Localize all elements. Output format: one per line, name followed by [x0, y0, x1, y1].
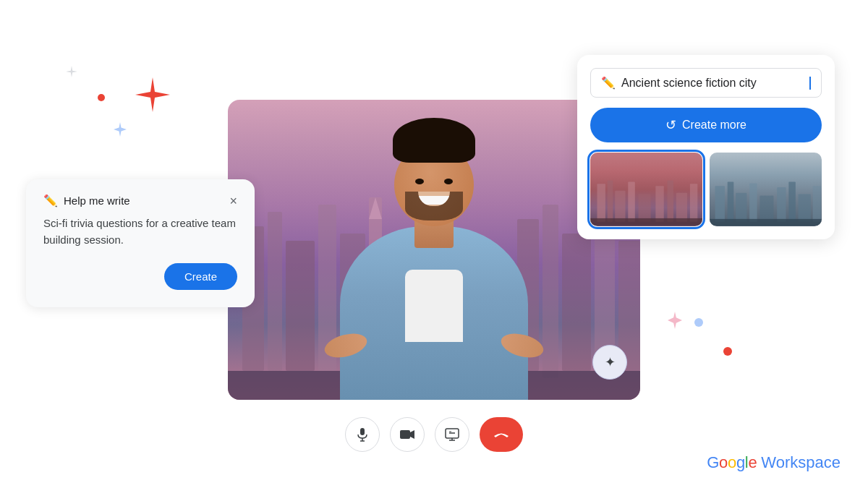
thumbnail-1[interactable]	[590, 153, 702, 226]
svg-rect-10	[562, 234, 591, 371]
workspace-label: Workspace	[761, 453, 841, 472]
svg-point-0	[98, 94, 105, 101]
card-title-text: Help me write	[64, 194, 130, 207]
create-more-label: Create more	[682, 119, 746, 132]
microphone-button[interactable]	[345, 417, 380, 452]
svg-rect-34	[813, 186, 821, 221]
create-more-button[interactable]: ↺ Create more	[590, 108, 822, 142]
svg-rect-17	[608, 181, 613, 222]
google-workspace-branding: Google Workspace	[707, 453, 841, 472]
person-in-video	[318, 118, 550, 400]
card-content-text: Sci-fi trivia questions for a creative t…	[43, 215, 237, 249]
deco-dot-blue-right	[694, 318, 703, 327]
camera-icon	[399, 429, 415, 440]
mic-icon	[355, 427, 370, 442]
svg-rect-27	[728, 181, 734, 221]
present-button[interactable]	[435, 417, 469, 452]
svg-rect-28	[736, 193, 746, 222]
g-blue2: g	[736, 453, 745, 471]
card-header-row: ✏️ Help me write ×	[43, 194, 237, 207]
wand-input-icon: ✏️	[601, 76, 616, 90]
deco-sparkle-pink-right	[665, 311, 684, 330]
deco-sparkle-blue-small	[65, 65, 78, 78]
sparkle-icon: ✦	[605, 354, 616, 370]
svg-rect-29	[749, 183, 757, 221]
svg-rect-4	[268, 212, 282, 371]
svg-rect-20	[639, 194, 651, 222]
image-prompt-input[interactable]: ✏️ Ancient science fiction city	[590, 68, 822, 98]
svg-rect-24	[690, 184, 697, 221]
g-red2: e	[748, 453, 757, 471]
svg-rect-33	[799, 194, 811, 222]
svg-rect-21	[655, 186, 663, 221]
end-call-button[interactable]	[480, 417, 523, 452]
google-label: Google	[707, 453, 757, 472]
svg-rect-5	[286, 241, 315, 371]
input-value-text: Ancient science fiction city	[621, 77, 804, 90]
close-card-button[interactable]: ×	[229, 194, 237, 207]
svg-rect-18	[615, 191, 625, 222]
svg-marker-40	[410, 430, 414, 439]
video-controls-bar	[345, 417, 523, 452]
end-call-icon	[493, 430, 510, 439]
ai-sparkle-button[interactable]: ✦	[592, 345, 627, 380]
svg-rect-39	[400, 430, 410, 439]
deco-dot-red-right	[723, 347, 732, 356]
g-yellow: o	[728, 453, 736, 471]
svg-rect-32	[788, 181, 796, 221]
refresh-icon: ↺	[665, 117, 676, 133]
svg-rect-22	[668, 181, 674, 222]
svg-rect-23	[676, 193, 687, 222]
camera-button[interactable]	[390, 417, 425, 452]
svg-rect-25	[590, 218, 702, 226]
card-title: ✏️ Help me write	[43, 194, 130, 207]
svg-rect-19	[628, 181, 635, 221]
cursor	[809, 77, 811, 90]
svg-point-2	[723, 347, 732, 356]
svg-rect-35	[710, 219, 822, 226]
g-blue: G	[707, 453, 719, 471]
thumbnail-2[interactable]	[710, 153, 822, 226]
svg-rect-16	[597, 184, 605, 221]
deco-sparkle-red-large	[134, 76, 171, 114]
svg-rect-26	[715, 186, 725, 221]
image-thumbnails-row	[590, 153, 822, 226]
wand-icon: ✏️	[43, 194, 58, 207]
svg-point-1	[694, 318, 703, 327]
deco-dot-red-small	[98, 94, 105, 101]
help-me-write-card: ✏️ Help me write × Sci-fi trivia questio…	[26, 179, 255, 307]
svg-rect-36	[360, 428, 365, 435]
write-create-button[interactable]: Create	[164, 263, 237, 290]
svg-rect-30	[760, 196, 773, 222]
svg-rect-31	[777, 187, 786, 222]
present-icon	[445, 428, 459, 441]
g-red: o	[719, 453, 728, 471]
image-gen-card: ✏️ Ancient science fiction city ↺ Create…	[577, 55, 835, 239]
deco-sparkle-light-blue	[112, 121, 128, 137]
